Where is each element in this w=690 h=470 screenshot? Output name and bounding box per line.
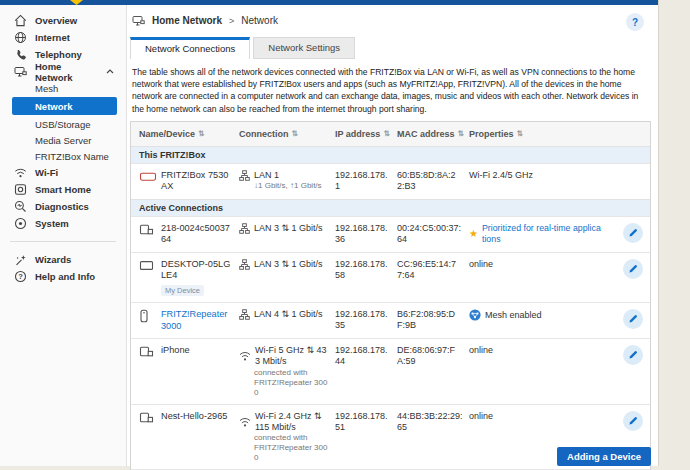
mac-address-cell: 00:24:C5:00:37:64 xyxy=(397,223,469,246)
edit-button[interactable] xyxy=(623,223,643,243)
property-text: Wi-Fi 2.4/5 GHz xyxy=(469,170,533,181)
breadcrumb-home-network[interactable]: Home Network xyxy=(152,15,222,26)
connection-cell: Wi-Fi 5 GHz ⇅ 433 Mbit/sconnected withFR… xyxy=(239,345,335,398)
column-header-label: Name/Device xyxy=(139,129,195,139)
sidebar-item-label: Home Network xyxy=(35,61,98,83)
device-name[interactable]: FRITZ!Repeater 3000 xyxy=(161,309,233,332)
connection-cell: Wi-Fi 2.4 GHz ⇅ 115 Mbit/sconnected with… xyxy=(239,411,335,464)
row-actions-cell xyxy=(609,223,650,243)
edit-button[interactable] xyxy=(623,411,643,431)
sidebar-item-smart-home[interactable]: Smart Home xyxy=(0,181,126,198)
sort-icon: ⇅ xyxy=(292,129,298,138)
sort-icon: ⇅ xyxy=(383,129,389,138)
connection-line: Wi-Fi 2.4 GHz ⇅ 115 Mbit/s xyxy=(239,411,329,434)
phone-icon xyxy=(14,48,27,61)
mobile-device-icon xyxy=(139,411,154,424)
sidebar-item-label: Help and Info xyxy=(35,271,95,282)
device-icon-cell xyxy=(131,345,161,358)
connection-subtext: connected with xyxy=(254,433,329,443)
sidebar-item-overview[interactable]: Overview xyxy=(0,12,126,29)
connection-line: LAN 4 ⇅ 1 Gbit/s xyxy=(239,309,329,320)
column-header-label: MAC address xyxy=(397,129,455,139)
help-button[interactable]: ? xyxy=(626,13,644,31)
mac-address-cell: DE:68:06:97:FA:59 xyxy=(397,345,469,368)
wifi-conn-icon xyxy=(239,351,251,361)
edit-button[interactable] xyxy=(623,345,643,365)
device-table: Name/Device⇅Connection⇅IP address⇅MAC ad… xyxy=(130,121,651,470)
table-row: DESKTOP-05LGLE4My DeviceLAN 3 ⇅ 1 Gbit/s… xyxy=(131,252,650,302)
sidebar-item-system[interactable]: System xyxy=(0,215,126,232)
mobile-device-icon xyxy=(139,345,154,358)
page-description: The table shows all of the network devic… xyxy=(132,66,650,115)
sidebar-item-fritzbox-name[interactable]: FRITZ!Box Name xyxy=(0,148,126,164)
sidebar-item-media-server[interactable]: Media Server xyxy=(0,132,126,148)
sidebar-item-label: Diagnostics xyxy=(35,201,89,212)
edit-button[interactable] xyxy=(623,309,643,329)
column-header-mac-address[interactable]: MAC address⇅ xyxy=(397,129,469,139)
pencil-icon xyxy=(628,314,638,324)
sidebar-item-label: Mesh xyxy=(35,83,58,94)
column-header-name-device[interactable]: Name/Device⇅ xyxy=(131,129,239,139)
sidebar-item-label: Wizards xyxy=(35,254,71,265)
tab-network-connections[interactable]: Network Connections xyxy=(130,37,250,59)
table-header-row: Name/Device⇅Connection⇅IP address⇅MAC ad… xyxy=(131,122,650,147)
help-icon: ? xyxy=(14,270,27,283)
property-text: online xyxy=(469,411,493,422)
sidebar-item-label: Internet xyxy=(35,32,70,43)
sidebar-item-label: System xyxy=(35,218,69,229)
sort-icon: ⇅ xyxy=(458,129,464,138)
column-header-properties[interactable]: Properties⇅ xyxy=(469,129,609,139)
sidebar-item-wifi[interactable]: Wi-Fi xyxy=(0,164,126,181)
connection-cell: LAN 3 ⇅ 1 Gbit/s xyxy=(239,259,335,270)
property-line: ★Prioritized for real-time applications xyxy=(469,223,603,245)
sidebar-item-network[interactable]: Network xyxy=(12,97,117,115)
sidebar-item-label: Media Server xyxy=(35,135,92,146)
mac-address-cell: 44:BB:3B:22:29:65 xyxy=(397,411,469,434)
property-line: online xyxy=(469,259,603,270)
properties-cell: Mesh enabled xyxy=(469,309,609,321)
device-name: FRITZ!Box 7530 AX xyxy=(161,170,233,193)
table-row: FRITZ!Box 7530 AXLAN 1↓1 Gbit/s, ↑1 Gbit… xyxy=(131,163,650,199)
add-device-button[interactable]: Adding a Device xyxy=(557,447,651,466)
pencil-icon xyxy=(628,416,638,426)
wifi-icon xyxy=(14,166,27,179)
tab-network-settings[interactable]: Network Settings xyxy=(253,37,355,59)
sidebar: Overview Internet Telephony Home Network… xyxy=(0,5,127,466)
smart-home-icon xyxy=(14,183,27,196)
row-actions-cell xyxy=(609,411,650,431)
mesh-icon xyxy=(469,309,481,321)
device-name-cell: 218-0024c5003764 xyxy=(161,223,239,246)
sidebar-item-label: Telephony xyxy=(35,49,82,60)
device-name: Nest-Hello-2965 xyxy=(161,411,233,423)
edit-button[interactable] xyxy=(623,259,643,279)
table-row: 218-0024c5003764LAN 3 ⇅ 1 Gbit/s192.168.… xyxy=(131,216,650,252)
sidebar-item-internet[interactable]: Internet xyxy=(0,29,126,46)
priority-link[interactable]: Prioritized for real-time applications xyxy=(482,223,603,245)
column-header-label: IP address xyxy=(335,129,380,139)
breadcrumb: Home Network > Network xyxy=(128,5,658,34)
sidebar-item-help[interactable]: ? Help and Info xyxy=(0,268,126,285)
device-name-cell: Nest-Hello-2965 xyxy=(161,411,239,423)
sidebar-item-label: Network xyxy=(35,101,72,112)
connection-subtext: FRITZ!Repeater 3000 xyxy=(254,443,329,463)
connection-subtext: FRITZ!Repeater 3000 xyxy=(254,378,329,398)
sidebar-item-wizards[interactable]: Wizards xyxy=(0,251,126,268)
sidebar-item-home-network[interactable]: Home Network xyxy=(0,63,126,80)
wizard-icon xyxy=(14,253,27,266)
chevron-up-icon xyxy=(106,69,114,74)
wifi-conn-icon xyxy=(239,417,251,427)
connection-cell: LAN 1↓1 Gbit/s, ↑1 Gbit/s xyxy=(239,170,335,191)
pencil-icon xyxy=(628,350,638,360)
device-name: DESKTOP-05LGLE4 xyxy=(161,259,233,282)
column-header-connection[interactable]: Connection⇅ xyxy=(239,129,335,139)
sidebar-item-diagnostics[interactable]: Diagnostics xyxy=(0,198,126,215)
sidebar-item-usb-storage[interactable]: USB/Storage xyxy=(0,116,126,132)
mac-address-cell: B6:F2:08:95:DF:9B xyxy=(397,309,469,332)
connection-line: LAN 1 xyxy=(239,170,329,181)
repeater-device-icon xyxy=(139,309,149,323)
properties-cell: online xyxy=(469,411,609,422)
device-icon-cell xyxy=(131,411,161,424)
device-name: 218-0024c5003764 xyxy=(161,223,233,246)
lan-icon xyxy=(239,309,250,320)
column-header-ip-address[interactable]: IP address⇅ xyxy=(335,129,397,139)
